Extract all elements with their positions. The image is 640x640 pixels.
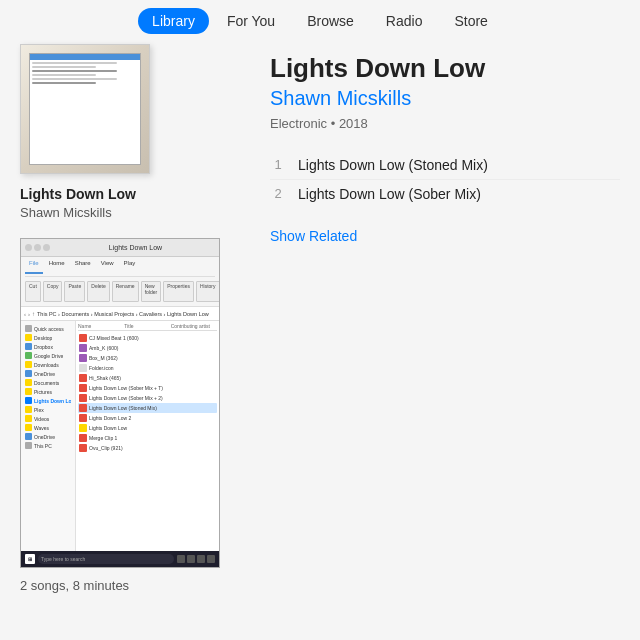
nav-item-radio[interactable]: Radio [372, 8, 437, 34]
file-item[interactable]: Lights Down Low (Sober Mix + T) [78, 383, 217, 393]
ribbon-tab-share[interactable]: Share [71, 259, 95, 274]
taskbar-icons [177, 555, 215, 563]
sidebar-item-onedrive-2[interactable]: OneDrive [23, 432, 73, 441]
sidebar-item-quick-access[interactable]: Quick access [23, 324, 73, 333]
lights-folder-icon [25, 397, 32, 404]
gdrive-icon [25, 352, 32, 359]
sidebar-item-downloads[interactable]: Downloads [23, 360, 73, 369]
track-name-1: Lights Down Low (Stoned Mix) [298, 157, 488, 173]
explorer-body: Quick access Desktop Dropbox Google [21, 321, 219, 567]
ribbon-tab-view[interactable]: View [97, 259, 118, 274]
file-item[interactable]: Ovu_Clip (921) [78, 443, 217, 453]
album-cover-thumbnail[interactable] [20, 44, 150, 174]
explorer-ribbon: File Home Share View Play Cut Copy Paste… [21, 257, 219, 307]
ribbon-tab-play[interactable]: Play [120, 259, 140, 274]
desktop-icon [25, 334, 32, 341]
album-artist-small: Shawn Micskills [20, 205, 240, 220]
sidebar-section: Quick access Desktop Dropbox Google [23, 324, 73, 450]
sidebar-item-google-drive[interactable]: Google Drive [23, 351, 73, 360]
taskbar-search[interactable]: Type here to search [38, 554, 174, 564]
up-arrow[interactable]: ↑ [32, 311, 35, 317]
audio-file-icon [79, 394, 87, 402]
file-icon [79, 364, 87, 372]
sidebar-item-onedrive-1[interactable]: OneDrive [23, 369, 73, 378]
file-item[interactable]: Lights Down Low (Sober Mix + 2) [78, 393, 217, 403]
sidebar-item-this-pc[interactable]: This PC [23, 441, 73, 450]
explorer-titlebar: Lights Down Low [21, 239, 219, 257]
sidebar-item-dropbox[interactable]: Dropbox [23, 342, 73, 351]
ribbon-btn-history[interactable]: History [196, 281, 220, 302]
file-item-selected[interactable]: Lights Down Low (Stoned Mix) [78, 403, 217, 413]
titlebar-dot-2 [34, 244, 41, 251]
file-item[interactable]: Folder.icon [78, 363, 217, 373]
album-title-large: Lights Down Low [270, 54, 620, 83]
quick-access-icon [25, 325, 32, 332]
nav-item-for-you[interactable]: For You [213, 8, 289, 34]
music-file-icon [79, 344, 87, 352]
sidebar-item-lights-down-low[interactable]: Lights Down Lo... [23, 396, 73, 405]
ribbon-btn-cut[interactable]: Cut [25, 281, 41, 302]
file-item[interactable]: Amb_K (600) [78, 343, 217, 353]
ribbon-btn-properties[interactable]: Properties [163, 281, 194, 302]
top-navigation: Library For You Browse Radio Store [0, 0, 640, 44]
file-item[interactable]: CJ Mixed Beat 1 (600) [78, 333, 217, 343]
show-related-button[interactable]: Show Related [270, 228, 620, 244]
nav-item-store[interactable]: Store [440, 8, 501, 34]
col-title: Title [124, 323, 170, 329]
file-item[interactable]: Box_M (362) [78, 353, 217, 363]
audio-file-icon [79, 414, 87, 422]
main-content: Lights Down Low Shawn Micskills Lights D… [0, 44, 640, 568]
titlebar-dot [25, 244, 32, 251]
taskbar-icon-4[interactable] [207, 555, 215, 563]
taskbar-icon-1[interactable] [177, 555, 185, 563]
file-item[interactable]: Hi_Shak (465) [78, 373, 217, 383]
audio-file-icon [79, 334, 87, 342]
taskbar: ⊞ Type here to search [21, 551, 219, 567]
track-item-2[interactable]: 2 Lights Down Low (Sober Mix) [270, 180, 620, 208]
track-item-1[interactable]: 1 Lights Down Low (Stoned Mix) [270, 151, 620, 180]
album-artist-large[interactable]: Shawn Micskills [270, 87, 620, 110]
waves-icon [25, 424, 32, 431]
track-name-2: Lights Down Low (Sober Mix) [298, 186, 481, 202]
ribbon-btn-paste[interactable]: Paste [64, 281, 85, 302]
footer-label: 2 songs, 8 minutes [0, 568, 640, 593]
audio-file-icon [79, 404, 87, 412]
forward-arrow[interactable]: › [28, 311, 30, 317]
audio-file-icon [79, 374, 87, 382]
dropbox-icon [25, 343, 32, 350]
explorer-sidebar-panel: Quick access Desktop Dropbox Google [21, 321, 76, 567]
nav-item-browse[interactable]: Browse [293, 8, 368, 34]
ribbon-tab-home[interactable]: Home [45, 259, 69, 274]
ribbon-btn-copy[interactable]: Copy [43, 281, 63, 302]
onedrive-icon [25, 370, 32, 377]
sidebar-item-videos[interactable]: Videos [23, 414, 73, 423]
sidebar-item-waves[interactable]: Waves [23, 423, 73, 432]
videos-icon [25, 415, 32, 422]
plex-icon [25, 406, 32, 413]
start-button[interactable]: ⊞ [25, 554, 35, 564]
album-meta: Electronic • 2018 [270, 116, 620, 131]
ribbon-btn-delete[interactable]: Delete [87, 281, 109, 302]
ribbon-btn-rename[interactable]: Rename [112, 281, 139, 302]
music-file-icon [79, 354, 87, 362]
file-item[interactable]: Merge Clip 1 [78, 433, 217, 443]
ribbon-btn-new[interactable]: New folder [141, 281, 162, 302]
taskbar-icon-2[interactable] [187, 555, 195, 563]
sidebar-item-pictures[interactable]: Pictures [23, 387, 73, 396]
file-item[interactable]: Lights Down Low [78, 423, 217, 433]
track-number-2: 2 [270, 186, 286, 201]
address-text[interactable]: This PC › Documents › Musical Projects ›… [37, 311, 209, 317]
documents-icon [25, 379, 32, 386]
col-name: Name [78, 323, 124, 329]
audio-file-icon [79, 444, 87, 452]
taskbar-icon-3[interactable] [197, 555, 205, 563]
sidebar-item-desktop[interactable]: Desktop [23, 333, 73, 342]
pictures-icon [25, 388, 32, 395]
downloads-icon [25, 361, 32, 368]
back-arrow[interactable]: ‹ [24, 311, 26, 317]
sidebar-item-documents[interactable]: Documents [23, 378, 73, 387]
file-item[interactable]: Lights Down Low 2 [78, 413, 217, 423]
ribbon-tab-file[interactable]: File [25, 259, 43, 274]
sidebar-item-plex[interactable]: Plex [23, 405, 73, 414]
nav-item-library[interactable]: Library [138, 8, 209, 34]
